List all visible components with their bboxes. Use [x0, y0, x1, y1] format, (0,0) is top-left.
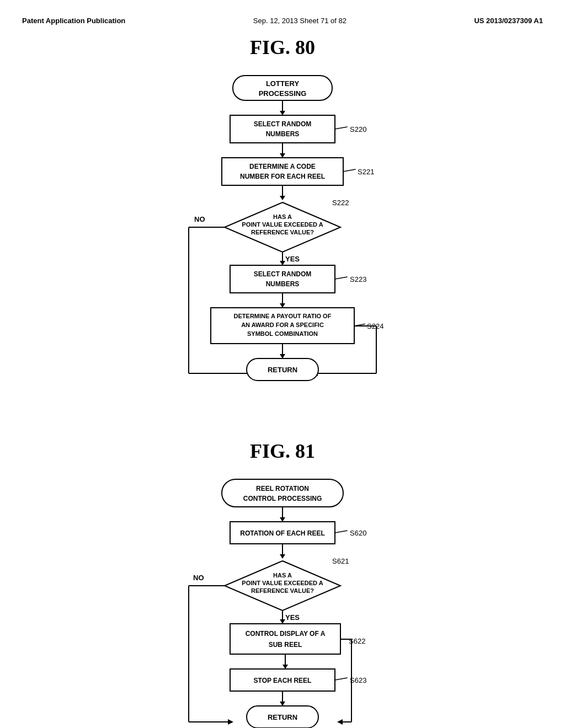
svg-marker-86 [282, 665, 288, 669]
svg-text:PROCESSING: PROCESSING [259, 89, 307, 98]
svg-text:SUB REEL: SUB REEL [269, 641, 302, 649]
svg-text:NUMBERS: NUMBERS [266, 130, 300, 138]
svg-text:REFERENCE VALUE?: REFERENCE VALUE? [251, 587, 314, 594]
svg-marker-38 [280, 303, 285, 308]
fig80-title: FIG. 80 [250, 36, 315, 59]
fig80-flowchart: LOTTERY PROCESSING SELECT RANDOM NUMBERS… [145, 70, 420, 423]
svg-rect-78 [230, 624, 340, 654]
svg-text:CONTROL PROCESSING: CONTROL PROCESSING [243, 495, 322, 502]
svg-text:S221: S221 [358, 168, 374, 176]
svg-line-89 [335, 678, 348, 680]
svg-text:S623: S623 [350, 676, 366, 684]
svg-marker-30 [280, 261, 285, 265]
fig81-title: FIG. 81 [250, 440, 315, 463]
svg-marker-18 [280, 196, 285, 200]
svg-text:RETURN: RETURN [268, 713, 297, 721]
svg-text:SELECT RANDOM: SELECT RANDOM [254, 120, 312, 128]
svg-rect-53 [222, 479, 343, 507]
svg-marker-50 [280, 354, 285, 358]
svg-text:SELECT RANDOM: SELECT RANDOM [254, 270, 312, 278]
svg-text:S620: S620 [350, 529, 366, 537]
svg-text:S223: S223 [350, 275, 366, 283]
page: Patent Application Publication Sep. 12, … [0, 0, 565, 728]
svg-rect-12 [222, 158, 343, 185]
svg-rect-32 [230, 265, 335, 293]
svg-text:SYMBOL COMBINATION: SYMBOL COMBINATION [247, 330, 318, 337]
svg-marker-84 [337, 719, 343, 725]
svg-text:NO: NO [193, 574, 204, 582]
fig81-flowchart: REEL ROTATION CONTROL PROCESSING ROTATIO… [145, 474, 420, 728]
svg-text:DETERMINE A CODE: DETERMINE A CODE [249, 163, 316, 170]
svg-line-60 [335, 531, 348, 533]
header-right: US 2013/0237309 A1 [474, 17, 543, 25]
svg-text:NUMBER FOR EACH REEL: NUMBER FOR EACH REEL [240, 173, 325, 180]
svg-text:S621: S621 [332, 557, 349, 565]
svg-text:RETURN: RETURN [268, 366, 297, 374]
svg-text:HAS A: HAS A [273, 572, 292, 579]
svg-line-8 [335, 127, 348, 129]
svg-line-35 [335, 277, 348, 279]
svg-text:POINT VALUE EXCEEDED A: POINT VALUE EXCEEDED A [242, 221, 323, 228]
svg-marker-92 [280, 702, 285, 706]
svg-text:YES: YES [285, 613, 300, 622]
svg-marker-57 [280, 517, 285, 522]
svg-marker-73 [228, 719, 233, 725]
svg-line-15 [343, 169, 356, 172]
svg-text:REFERENCE VALUE?: REFERENCE VALUE? [251, 229, 314, 235]
svg-text:CONTROL DISPLAY OF A: CONTROL DISPLAY OF A [246, 630, 326, 638]
svg-marker-4 [280, 111, 285, 115]
svg-marker-75 [280, 619, 285, 624]
svg-marker-11 [280, 153, 285, 158]
svg-text:S220: S220 [350, 125, 366, 133]
svg-text:HAS A: HAS A [273, 213, 292, 220]
svg-text:S222: S222 [332, 199, 349, 207]
svg-rect-5 [230, 115, 335, 143]
header-center: Sep. 12, 2013 Sheet 71 of 82 [253, 17, 347, 25]
svg-text:NUMBERS: NUMBERS [266, 280, 300, 288]
fig80-section: FIG. 80 LOTTERY PROCESSING SELECT RANDOM… [22, 36, 543, 423]
svg-text:NO: NO [194, 215, 205, 223]
fig81-section: FIG. 81 REEL ROTATION CONTROL PROCESSING… [22, 440, 543, 728]
svg-text:POINT VALUE EXCEEDED A: POINT VALUE EXCEEDED A [242, 580, 323, 586]
svg-text:YES: YES [285, 255, 300, 263]
header: Patent Application Publication Sep. 12, … [22, 11, 543, 36]
svg-marker-63 [280, 554, 285, 559]
header-left: Patent Application Publication [22, 17, 125, 25]
svg-text:LOTTERY: LOTTERY [266, 79, 300, 88]
svg-text:STOP EACH REEL: STOP EACH REEL [254, 677, 312, 684]
svg-text:DETERMINE A PAYOUT RATIO OF: DETERMINE A PAYOUT RATIO OF [234, 313, 332, 319]
svg-text:ROTATION OF EACH REEL: ROTATION OF EACH REEL [240, 529, 325, 537]
svg-text:REEL ROTATION: REEL ROTATION [256, 485, 309, 493]
svg-text:AN AWARD FOR A SPECIFIC: AN AWARD FOR A SPECIFIC [241, 322, 324, 328]
